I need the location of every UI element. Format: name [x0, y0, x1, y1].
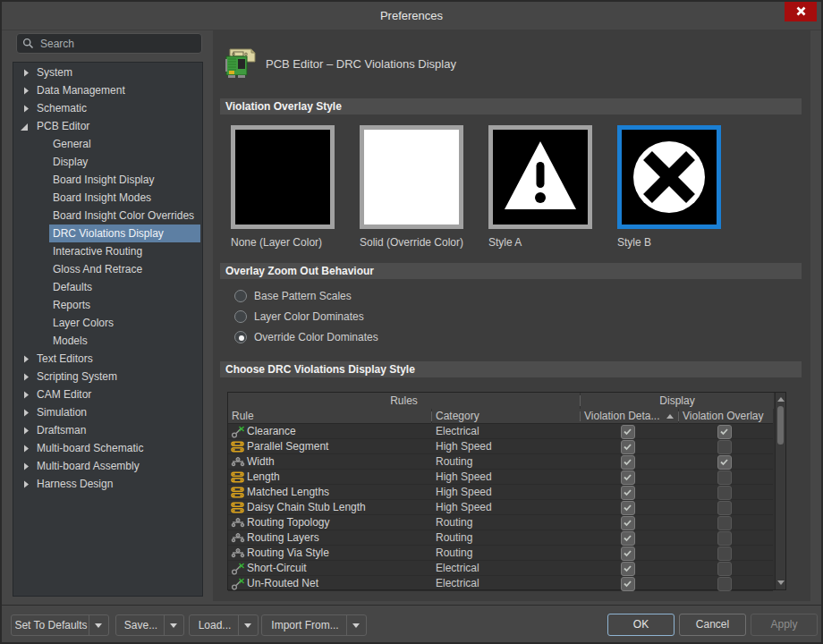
tree-collapsed-icon[interactable] [23, 445, 30, 453]
radio-selected-icon[interactable] [234, 331, 247, 343]
close-button[interactable] [785, 2, 817, 21]
violation-detail-checkbox[interactable] [621, 455, 635, 470]
sidebar-item-reports[interactable]: Reports [13, 296, 202, 314]
electrical-rule-icon [231, 577, 245, 594]
violation-overlay-checkbox[interactable] [717, 516, 732, 530]
dropdown-arrow-icon[interactable] [89, 615, 108, 635]
tree-collapsed-icon[interactable] [23, 69, 30, 77]
sidebar-item-gloss-and-retrace[interactable]: Gloss And Retrace [13, 260, 202, 278]
violation-overlay-checkbox[interactable] [717, 547, 732, 561]
violation-overlay-checkbox[interactable] [717, 470, 732, 485]
dropdown-arrow-icon[interactable] [238, 615, 258, 635]
table-row-routing-topology[interactable]: Routing TopologyRouting [228, 515, 773, 530]
sidebar-item-board-insight-modes[interactable]: Board Insight Modes [13, 189, 202, 207]
sidebar-item-multi-board-schematic[interactable]: Multi-board Schematic [13, 439, 202, 457]
sidebar-item-pcb-editor[interactable]: PCB Editor [13, 117, 202, 135]
sidebar-item-general[interactable]: General [13, 135, 202, 153]
ok-button[interactable]: OK [607, 614, 675, 636]
violation-detail-checkbox[interactable] [621, 470, 635, 485]
apply-button[interactable]: Apply [751, 614, 818, 636]
tree-collapsed-icon[interactable] [23, 87, 30, 95]
violation-detail-checkbox[interactable] [621, 562, 635, 576]
title-bar[interactable]: Preferences [2, 2, 821, 30]
set-to-defaults-button[interactable]: Set To Defaults [11, 614, 109, 636]
violation-detail-checkbox[interactable] [621, 547, 635, 561]
sidebar-item-scripting-system[interactable]: Scripting System [13, 368, 202, 386]
sidebar-item-text-editors[interactable]: Text Editors [13, 350, 202, 368]
sidebar-item-defaults[interactable]: Defaults [13, 278, 202, 296]
violation-detail-checkbox[interactable] [621, 501, 635, 515]
violation-overlay-checkbox[interactable] [717, 455, 732, 470]
sidebar-item-schematic[interactable]: Schematic [13, 99, 202, 117]
table-row-routing-via-style[interactable]: Routing Via StyleRouting [228, 546, 773, 561]
table-row-un-routed-net[interactable]: Un-Routed NetElectrical [228, 576, 773, 591]
sidebar-item-drc-violations-display[interactable]: DRC Violations Display [13, 225, 202, 242]
table-row-length[interactable]: LengthHigh Speed [228, 470, 773, 485]
table-row-width[interactable]: WidthRouting [228, 454, 773, 470]
table-row-clearance[interactable]: ClearanceElectrical [228, 424, 773, 439]
sidebar-item-system[interactable]: System [13, 64, 202, 81]
sidebar-item-models[interactable]: Models [13, 332, 202, 350]
overlay-style-tile-none-layer-color[interactable] [231, 125, 335, 229]
scroll-up-icon[interactable] [777, 397, 785, 402]
sidebar-item-display[interactable]: Display [13, 153, 202, 171]
tree-collapsed-icon[interactable] [23, 373, 30, 381]
violation-detail-checkbox[interactable] [621, 486, 635, 500]
radio-unselected-icon[interactable] [234, 310, 247, 323]
table-row-daisy-chain-stub-length[interactable]: Daisy Chain Stub LengthHigh Speed [228, 500, 773, 515]
load-button[interactable]: Load... [189, 614, 259, 636]
overlay-style-tile-style-a[interactable] [488, 125, 592, 229]
violation-overlay-checkbox[interactable] [717, 562, 732, 576]
table-row-parallel-segment[interactable]: Parallel SegmentHigh Speed [228, 439, 773, 454]
sidebar-item-board-insight-display[interactable]: Board Insight Display [13, 171, 202, 189]
import-from-button[interactable]: Import From... [261, 614, 367, 636]
sidebar-item-board-insight-color-overrides[interactable]: Board Insight Color Overrides [13, 207, 202, 225]
column-header-violation-detail[interactable]: Violation Deta... [581, 409, 678, 424]
radio-unselected-icon[interactable] [234, 290, 247, 302]
violation-overlay-checkbox[interactable] [717, 486, 732, 500]
sidebar-item-harness-design[interactable]: Harness Design [13, 475, 202, 493]
violation-overlay-checkbox[interactable] [717, 501, 732, 515]
save-button[interactable]: Save... [115, 614, 184, 636]
tree-collapsed-icon[interactable] [23, 427, 30, 435]
tree-collapsed-icon[interactable] [23, 409, 30, 417]
violation-detail-checkbox[interactable] [621, 440, 635, 454]
sidebar-item-draftsman[interactable]: Draftsman [13, 421, 202, 439]
tree-expanded-icon[interactable] [21, 123, 28, 131]
violation-detail-checkbox[interactable] [621, 577, 635, 591]
sidebar-item-layer-colors[interactable]: Layer Colors [13, 314, 202, 332]
violation-overlay-checkbox[interactable] [717, 440, 732, 454]
sidebar-item-multi-board-assembly[interactable]: Multi-board Assembly [13, 457, 202, 475]
table-row-routing-layers[interactable]: Routing LayersRouting [228, 530, 773, 546]
column-header-violation-overlay[interactable]: Violation Overlay [679, 409, 773, 424]
table-scrollbar[interactable] [775, 393, 785, 589]
violation-detail-checkbox[interactable] [621, 531, 635, 546]
violation-detail-checkbox[interactable] [621, 516, 635, 530]
overlay-style-tile-style-b[interactable] [617, 125, 721, 229]
sidebar-item-simulation[interactable]: Simulation [13, 403, 202, 421]
tree-collapsed-icon[interactable] [23, 355, 30, 363]
dropdown-arrow-icon[interactable] [164, 615, 183, 635]
tree-collapsed-icon[interactable] [23, 480, 30, 488]
table-row-matched-lengths[interactable]: Matched LengthsHigh Speed [228, 485, 773, 500]
style-a-preview-icon [493, 130, 588, 225]
sidebar-item-interactive-routing[interactable]: Interactive Routing [13, 242, 202, 260]
sidebar-item-cam-editor[interactable]: CAM Editor [13, 386, 202, 403]
search-input[interactable]: Search [16, 33, 202, 54]
violation-overlay-checkbox[interactable] [717, 577, 732, 591]
violation-detail-checkbox[interactable] [621, 425, 635, 439]
tree-collapsed-icon[interactable] [23, 105, 30, 113]
scroll-down-icon[interactable] [777, 580, 785, 585]
sidebar-item-data-management[interactable]: Data Management [13, 81, 202, 99]
table-row-short-circuit[interactable]: Short-CircuitElectrical [228, 561, 773, 576]
column-header-rule[interactable]: Rule [228, 409, 431, 424]
scrollbar-thumb[interactable] [777, 406, 784, 445]
tree-collapsed-icon[interactable] [23, 391, 30, 399]
tree-collapsed-icon[interactable] [23, 462, 30, 470]
violation-overlay-checkbox[interactable] [717, 531, 732, 546]
dropdown-arrow-icon[interactable] [346, 615, 366, 635]
overlay-style-tile-solid-override-color[interactable] [360, 125, 463, 229]
column-header-category[interactable]: Category [432, 409, 581, 424]
violation-overlay-checkbox[interactable] [717, 425, 732, 439]
cancel-button[interactable]: Cancel [679, 614, 746, 636]
